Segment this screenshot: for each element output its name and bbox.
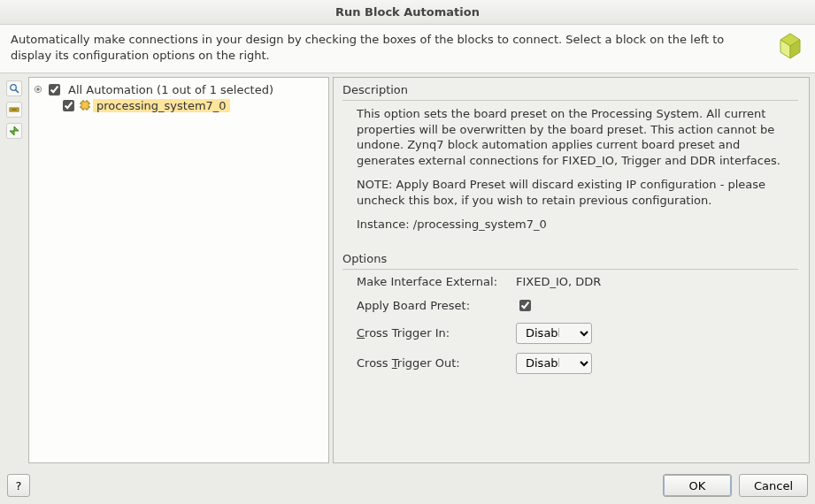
collapse-all-icon[interactable]: [6, 102, 22, 118]
opt-make-interface-external-label: Make Interface External:: [357, 275, 507, 288]
dialog-window: Run Block Automation Automatically make …: [0, 0, 815, 504]
ok-button[interactable]: OK: [663, 474, 732, 497]
automation-tree[interactable]: All Automation (1 out of 1 selected) pro…: [28, 77, 329, 463]
ip-block-icon: [79, 99, 91, 111]
opt-cross-trigger-out-label: Cross Trigger Out:: [357, 356, 507, 370]
opt-cross-trigger-in-label: Cross Trigger In:: [357, 326, 507, 340]
options-title: Options: [342, 252, 798, 265]
detail-pane: Description This option sets the board p…: [333, 77, 810, 463]
dialog-body: All Automation (1 out of 1 selected) pro…: [0, 73, 815, 467]
tree-item-checkbox[interactable]: [63, 100, 74, 111]
info-bar: Automatically make connections in your d…: [0, 25, 815, 73]
cancel-button[interactable]: Cancel: [739, 474, 808, 497]
info-text: Automatically make connections in your d…: [11, 32, 767, 63]
window-title: Run Block Automation: [335, 5, 480, 19]
svg-point-3: [11, 85, 17, 91]
dialog-footer: ? OK Cancel: [0, 467, 815, 504]
tree-root-checkbox[interactable]: [49, 84, 60, 95]
divider: [342, 269, 798, 270]
svg-marker-8: [10, 131, 14, 135]
description-paragraph-2: NOTE: Apply Board Preset will discard ex…: [357, 177, 798, 208]
tree-item-row[interactable]: processing_system7_0: [31, 97, 327, 113]
svg-marker-7: [14, 126, 19, 131]
opt-cross-trigger-out-select[interactable]: Disable: [516, 353, 592, 374]
opt-cross-trigger-in-select[interactable]: Disable: [516, 323, 592, 344]
titlebar: Run Block Automation: [0, 0, 815, 25]
help-button[interactable]: ?: [7, 474, 30, 497]
opt-make-interface-external-value: FIXED_IO, DDR: [516, 275, 798, 288]
tree-toolbar: [4, 77, 25, 463]
tree-expand-toggle[interactable]: [33, 84, 43, 95]
opt-apply-board-preset-checkbox[interactable]: [519, 300, 531, 311]
description-title: Description: [342, 83, 798, 96]
svg-line-4: [16, 90, 19, 93]
tree-root-label: All Automation (1 out of 1 selected): [65, 83, 277, 96]
tree-item-label: processing_system7_0: [93, 99, 230, 112]
description-paragraph-1: This option sets the board preset on the…: [357, 106, 798, 168]
product-logo-icon: [776, 32, 804, 64]
search-icon[interactable]: [6, 80, 22, 96]
expand-all-icon[interactable]: [6, 123, 22, 139]
description-instance: Instance: /processing_system7_0: [357, 217, 798, 233]
tree-root-row[interactable]: All Automation (1 out of 1 selected): [31, 81, 327, 97]
description-body: This option sets the board preset on the…: [342, 106, 798, 252]
opt-apply-board-preset-label: Apply Board Preset:: [357, 299, 507, 312]
divider: [342, 100, 798, 101]
svg-rect-12: [81, 102, 88, 109]
options-grid: Make Interface External: FIXED_IO, DDR A…: [342, 275, 798, 374]
